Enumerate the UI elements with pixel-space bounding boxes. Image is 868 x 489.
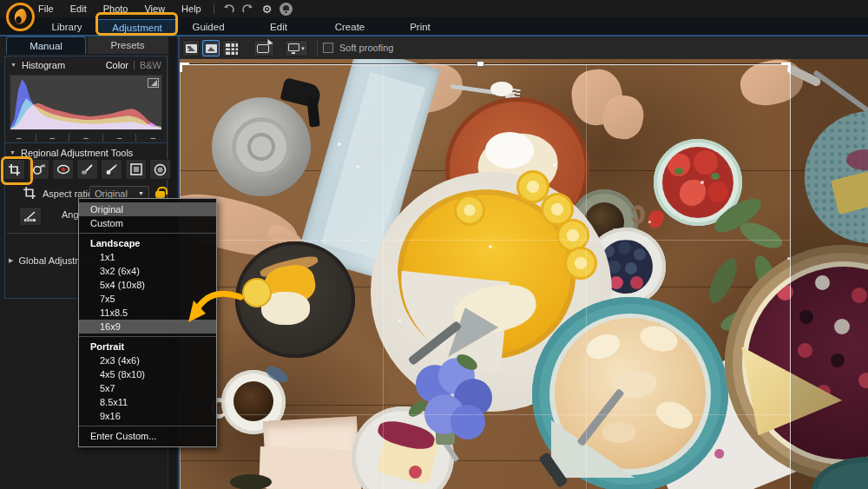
thermos-lid-center [247, 133, 275, 161]
aspect-option-portrait: Portrait [79, 340, 216, 354]
straighten-tool-button[interactable] [19, 207, 42, 226]
lemon-wedge [242, 278, 272, 307]
tab-presets[interactable]: Presets [88, 36, 168, 54]
tutorial-arrow [183, 287, 246, 324]
aspect-option-original[interactable]: Original [79, 202, 216, 216]
lemon-slice [454, 195, 485, 226]
thirds-gridline [586, 65, 587, 489]
photo-decoration [618, 241, 631, 254]
menu-edit[interactable]: Edit [70, 3, 87, 14]
soft-proofing-checkbox[interactable] [323, 43, 333, 53]
module-tab-guided[interactable]: Guided [168, 19, 248, 35]
aspect-option-enter-custom...[interactable]: Enter Custom... [79, 429, 216, 443]
app-logo-icon[interactable] [6, 3, 35, 31]
aspect-option-3x2-6x4-[interactable]: 3x2 (6x4) [79, 264, 216, 278]
display-options-button[interactable]: ▼ [285, 40, 308, 56]
photodirector-window: FileEditPhotoViewHelp ⚙ LibraryAdjustmen… [0, 0, 868, 489]
settings-gear-icon[interactable]: ⚙ [262, 3, 273, 15]
photo-decoration [398, 320, 401, 322]
crop-handle-topright[interactable] [781, 63, 791, 72]
canvas-toolbar: ▼ Soft proofing [180, 36, 868, 59]
aspect-ratio-value: Original [95, 188, 128, 199]
menu-file[interactable]: File [38, 3, 54, 14]
tab-manual[interactable]: Manual [6, 36, 86, 54]
aspect-option-5x7[interactable]: 5x7 [79, 381, 216, 395]
undo-icon[interactable] [222, 4, 234, 14]
aspect-option-1x1[interactable]: 1x1 [79, 250, 216, 264]
meringue-top [485, 132, 534, 169]
grid-view-button[interactable] [222, 40, 240, 56]
thirds-gridline [180, 240, 791, 241]
aspect-option-9x16[interactable]: 9x16 [79, 409, 216, 423]
clipping-warning-icon[interactable] [148, 78, 159, 88]
crop-edge-right[interactable] [790, 64, 791, 489]
browser-view-button[interactable] [182, 40, 200, 56]
napkin-cream-fold [259, 446, 363, 489]
photo-decoration [553, 163, 556, 167]
histogram-title: Histogram [22, 60, 65, 70]
mug-tea [233, 381, 273, 421]
histogram-marker: – [50, 133, 56, 142]
crop-handle-topleft[interactable] [180, 63, 189, 72]
red-eye-tool-button[interactable] [52, 159, 74, 180]
photo-canvas[interactable] [180, 59, 868, 489]
module-tab-edit[interactable]: Edit [239, 19, 319, 35]
aspect-option-2x3-4x6-[interactable]: 2x3 (4x6) [79, 354, 216, 367]
aspect-option-landscape: Landscape [79, 236, 216, 250]
photo-decoration [707, 182, 728, 202]
histogram-section: ▼ Histogram Color B&W ––––– [4, 56, 168, 153]
hydrangea [450, 405, 485, 439]
photo-decoration [674, 168, 683, 175]
cup-handle [631, 205, 645, 224]
aspect-option-4x5-8x10-[interactable]: 4x5 (8x10) [79, 367, 216, 381]
histogram-color-toggle[interactable]: Color [106, 60, 128, 70]
radial-filter-tool-button[interactable] [149, 159, 171, 180]
meringue-peak [602, 422, 636, 443]
photo-decoration [630, 276, 643, 289]
adjustment-brush-tool-button[interactable] [76, 159, 98, 180]
single-view-button[interactable] [202, 40, 220, 56]
leaf [704, 254, 742, 307]
soft-proofing-label: Soft proofing [339, 43, 393, 53]
histogram-markers: ––––– [10, 131, 162, 143]
regional-tools-title: Regional Adjustment Tools [21, 148, 133, 158]
redo-icon[interactable] [242, 4, 254, 14]
photo-decoration [694, 150, 718, 175]
jar-lid [230, 474, 272, 489]
dropdown-separator [79, 233, 216, 234]
adjustment-selection-tool-button[interactable] [101, 159, 122, 180]
crop-handle-topcenter[interactable] [477, 61, 484, 67]
highlight-crop-tool [1, 156, 33, 185]
collapse-triangle-icon[interactable]: ▼ [10, 149, 16, 155]
dropdown-separator [79, 336, 216, 337]
toolbar-separator [317, 41, 318, 55]
histogram-plot[interactable] [10, 75, 162, 130]
lemon-slice [564, 247, 597, 280]
highlight-adjustment-tab [95, 12, 178, 36]
dropdown-separator [79, 426, 216, 426]
photo-decoration [625, 262, 637, 274]
rotate-orientation-button[interactable] [253, 40, 274, 56]
photo-decoration [489, 245, 492, 248]
photo-decoration [634, 248, 646, 261]
aspect-option-8.5x11[interactable]: 8.5x11 [79, 395, 216, 409]
gradient-mask-tool-button[interactable] [125, 159, 147, 180]
aspect-option-custom[interactable]: Custom [79, 216, 216, 230]
histogram-marker: – [117, 133, 122, 142]
histogram-marker: – [83, 133, 89, 142]
strawberries [662, 147, 733, 218]
loose-strawberry [646, 208, 667, 231]
chevron-down-icon: ▼ [300, 46, 306, 51]
photo-decoration [700, 181, 704, 184]
module-tab-print[interactable]: Print [380, 19, 460, 35]
histogram-bw-toggle[interactable]: B&W [140, 60, 161, 70]
photo-decoration [357, 165, 359, 168]
notification-bell-icon[interactable] [279, 3, 293, 16]
crop-edge-top[interactable] [180, 64, 791, 65]
aspect-lock-icon[interactable] [155, 191, 165, 198]
collapse-triangle-icon[interactable]: ▼ [10, 62, 16, 68]
raspberry [409, 466, 422, 479]
module-tab-create[interactable]: Create [310, 19, 390, 35]
menu-help[interactable]: Help [181, 3, 201, 14]
menubar-separator [214, 3, 214, 14]
